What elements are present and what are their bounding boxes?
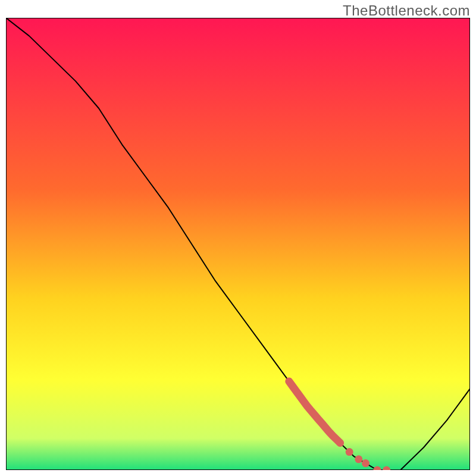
bottleneck-plot [6,18,470,470]
highlight-dot [362,459,369,467]
highlight-dot [346,448,353,456]
watermark-text: TheBottleneck.com [343,2,470,19]
chart-svg [6,18,470,470]
plot-background [6,18,470,470]
chart-stage: TheBottleneck.com [0,0,476,476]
highlight-dot [355,455,362,463]
